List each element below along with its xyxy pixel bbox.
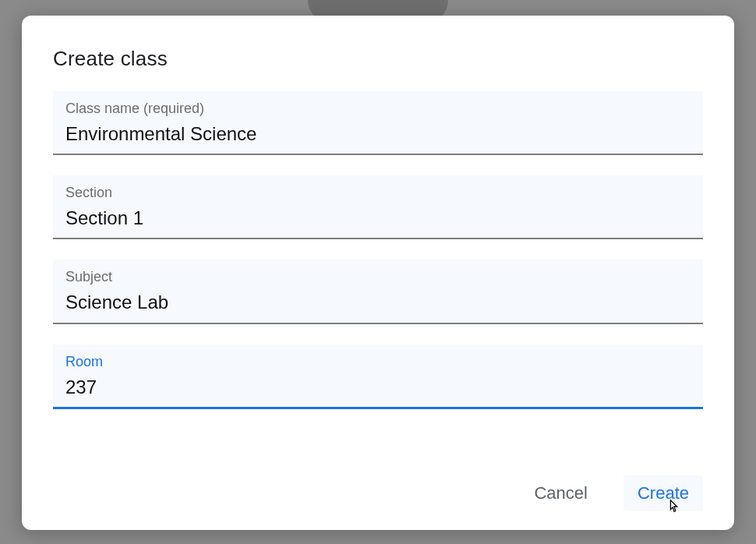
- fields-container: Class name (required) Section Subject Ro…: [53, 91, 703, 450]
- section-input[interactable]: [65, 206, 691, 230]
- subject-field[interactable]: Subject: [53, 260, 703, 323]
- create-class-dialog: Create class Class name (required) Secti…: [22, 16, 734, 530]
- section-label: Section: [65, 185, 691, 201]
- cancel-button[interactable]: Cancel: [520, 475, 601, 511]
- create-button[interactable]: Create: [624, 475, 703, 511]
- room-input[interactable]: [65, 375, 691, 399]
- section-field[interactable]: Section: [53, 175, 703, 239]
- room-field[interactable]: Room: [53, 344, 703, 409]
- dialog-title: Create class: [53, 47, 703, 71]
- subject-label: Subject: [65, 269, 691, 285]
- class-name-input[interactable]: [65, 122, 691, 146]
- dialog-actions: Cancel Create: [53, 450, 703, 511]
- room-label: Room: [65, 354, 691, 370]
- class-name-label: Class name (required): [65, 101, 691, 117]
- subject-input[interactable]: [65, 290, 691, 314]
- class-name-field[interactable]: Class name (required): [53, 91, 703, 155]
